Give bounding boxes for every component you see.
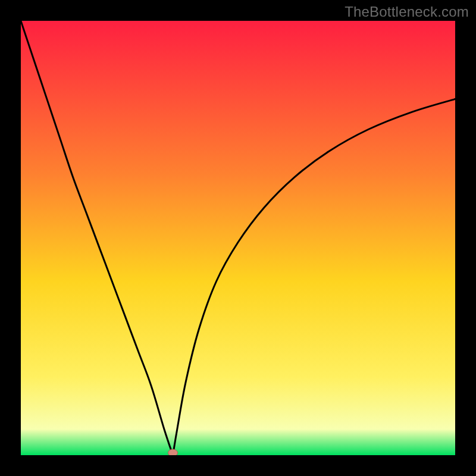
- optimal-point-marker: [168, 449, 178, 455]
- chart-frame: [21, 21, 455, 455]
- gradient-background: [21, 21, 455, 455]
- bottleneck-chart: [21, 21, 455, 455]
- watermark-text: TheBottleneck.com: [345, 4, 469, 20]
